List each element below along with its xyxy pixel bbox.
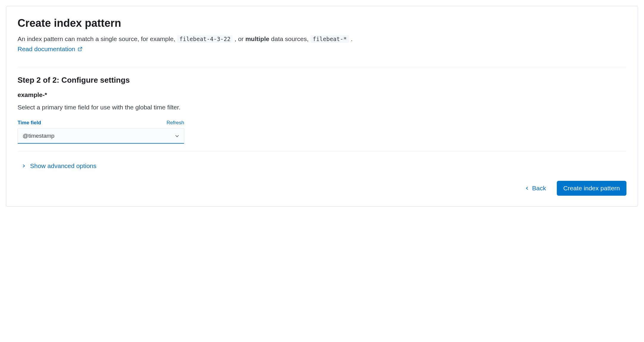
doc-link-label: Read documentation (18, 46, 75, 53)
create-index-pattern-panel: Create index pattern An index pattern ca… (6, 6, 638, 207)
code-example-multi: filebeat-* (310, 35, 349, 43)
pattern-name: example-* (18, 91, 626, 98)
description-bold: multiple (245, 35, 269, 42)
time-field-select[interactable]: @timestamp (18, 128, 184, 144)
page-title: Create index pattern (18, 17, 626, 29)
chevron-right-icon (22, 164, 26, 168)
create-index-pattern-button[interactable]: Create index pattern (557, 181, 626, 196)
time-field-select-wrapper: @timestamp (18, 128, 184, 144)
back-button-label: Back (532, 185, 546, 192)
description-text-2: , or (235, 35, 245, 42)
refresh-button[interactable]: Refresh (166, 120, 184, 126)
section-divider (18, 67, 626, 67)
page-description: An index pattern can match a single sour… (18, 34, 626, 44)
show-advanced-options-button[interactable]: Show advanced options (18, 160, 96, 172)
section-divider-2 (18, 151, 626, 152)
description-text-3: data sources, (271, 35, 310, 42)
footer-actions: Back Create index pattern (18, 181, 626, 196)
advanced-options-row: Show advanced options (18, 160, 626, 172)
time-field-label-row: Time field Refresh (18, 120, 184, 126)
chevron-left-icon (525, 186, 529, 190)
back-button[interactable]: Back (521, 182, 550, 195)
description-text-1: An index pattern can match a single sour… (18, 35, 177, 42)
help-text: Select a primary time field for use with… (18, 104, 626, 111)
read-documentation-link[interactable]: Read documentation (18, 46, 82, 53)
step-title: Step 2 of 2: Configure settings (18, 76, 626, 85)
code-example-single: filebeat-4-3-22 (177, 35, 233, 43)
external-link-icon (78, 47, 82, 51)
time-field-label: Time field (18, 120, 41, 126)
advanced-toggle-label: Show advanced options (30, 162, 96, 170)
description-text-4: . (351, 35, 353, 42)
